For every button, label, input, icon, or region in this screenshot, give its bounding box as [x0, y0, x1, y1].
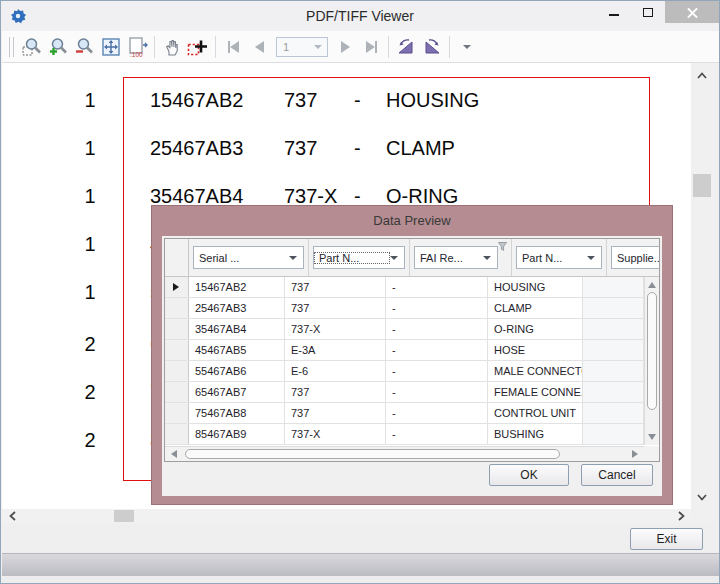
part-number-column-combobox[interactable]: Part N... [313, 246, 405, 269]
part-quantity: 1 [78, 137, 102, 160]
row-indicator-cell [165, 361, 189, 381]
minimize-button[interactable] [597, 1, 631, 23]
grid-data-row[interactable]: 35467AB4 737-X - O-RING [165, 319, 644, 340]
maximize-icon [643, 8, 653, 17]
column-header-serial: Serial ... [189, 239, 309, 276]
toolbar-overflow-button[interactable] [454, 34, 480, 60]
toolbar-separator [388, 36, 389, 58]
chevron-down-icon [697, 494, 707, 501]
actual-size-button[interactable]: :100 [124, 34, 150, 60]
scroll-up-icon[interactable] [648, 282, 656, 288]
supplier-column-combobox[interactable]: Supplie... [611, 246, 659, 269]
scroll-down-icon[interactable] [648, 434, 656, 440]
grid-data-row[interactable]: 55467AB6 E-6 - MALE CONNECTOR [165, 361, 644, 382]
scroll-left-icon[interactable] [171, 450, 177, 458]
part-model: 737 [284, 89, 317, 112]
grid-data-row[interactable]: 25467AB3 737 - CLAMP [165, 298, 644, 319]
next-page-button[interactable] [332, 34, 358, 60]
serial-column-combobox[interactable]: Serial ... [193, 246, 304, 269]
column-header-part-number: Part N... [309, 239, 410, 276]
dialog-body: Serial ... Part N... FAI Re... [162, 236, 662, 496]
part-quantity: 1 [78, 281, 102, 304]
page-number-combobox[interactable]: 1 [276, 37, 328, 57]
previous-page-button[interactable] [246, 34, 272, 60]
row-indicator-cell [165, 277, 189, 297]
pan-button[interactable] [159, 34, 185, 60]
filter-icon[interactable] [497, 241, 508, 252]
column-header-fai-report: FAI Re... [410, 239, 512, 276]
close-icon [687, 7, 698, 18]
exit-button[interactable]: Exit [630, 528, 703, 550]
part-quantity: 1 [78, 233, 102, 256]
page-number-value: 1 [277, 41, 314, 53]
scroll-left-button[interactable] [4, 509, 20, 523]
chevron-down-icon [463, 45, 471, 49]
column-header-part-name: Part N... [512, 239, 607, 276]
separator-dash: - [354, 137, 361, 160]
toolbar-grip[interactable] [9, 37, 14, 57]
dialog-title: Data Preview [152, 206, 672, 236]
row-indicator-cell [165, 298, 189, 318]
scroll-up-button[interactable] [691, 67, 713, 83]
svg-text::100: :100 [130, 51, 143, 58]
zoom-in-icon [48, 36, 70, 58]
fit-page-button[interactable] [98, 34, 124, 60]
dialog-button-row: OK Cancel [162, 464, 662, 488]
zoom-out-button[interactable] [72, 34, 98, 60]
close-button[interactable] [665, 1, 719, 23]
last-page-button[interactable] [358, 34, 384, 60]
part-description: CLAMP [386, 137, 455, 160]
cancel-button[interactable]: Cancel [581, 464, 653, 486]
grid-vertical-scrollbar[interactable] [644, 277, 659, 445]
zoom-region-button[interactable] [20, 34, 46, 60]
horizontal-scroll-thumb[interactable] [114, 510, 134, 522]
part-quantity: 2 [78, 333, 102, 356]
part-name-column-combobox[interactable]: Part N... [516, 246, 602, 269]
grid-data-row[interactable]: 15467AB2 737 - HOUSING [165, 277, 644, 298]
row-indicator-cell [165, 382, 189, 402]
row-indicator-cell [165, 340, 189, 360]
titlebar: PDF/TIFF Viewer [1, 1, 719, 31]
part-description: HOUSING [386, 89, 479, 112]
previous-page-icon [255, 41, 264, 53]
grid-data-row[interactable]: 85467AB9 737-X - BUSHING [165, 424, 644, 445]
zoom-in-button[interactable] [46, 34, 72, 60]
first-page-button[interactable] [220, 34, 246, 60]
grid-horizontal-scrollbar[interactable] [165, 446, 644, 461]
chevron-down-icon [587, 256, 595, 260]
document-horizontal-scrollbar[interactable] [2, 509, 691, 523]
part-serial: 25467AB3 [150, 137, 243, 160]
grid-data-row[interactable]: 65467AB7 737 - FEMALE CONNE... [165, 382, 644, 403]
grid-data-row[interactable]: 75467AB8 737 - CONTROL UNIT [165, 403, 644, 424]
data-preview-dialog: Data Preview Serial ... Part N... [151, 205, 673, 505]
pan-hand-icon [161, 36, 183, 58]
zoom-region-icon [22, 36, 44, 58]
footer-bar: Exit [2, 523, 719, 553]
scroll-right-icon[interactable] [632, 450, 638, 458]
chevron-down-icon [289, 256, 297, 260]
document-vertical-scrollbar[interactable] [691, 63, 713, 509]
maximize-button[interactable] [631, 1, 665, 23]
current-row-arrow-icon [173, 283, 179, 291]
status-strip [2, 552, 719, 584]
row-indicator-cell [165, 403, 189, 423]
toolbar-separator [154, 36, 155, 58]
part-quantity: 1 [78, 185, 102, 208]
ok-button[interactable]: OK [489, 464, 569, 486]
scroll-down-button[interactable] [691, 489, 713, 505]
minimize-icon [609, 14, 619, 16]
grid-horizontal-thumb[interactable] [185, 449, 560, 459]
chevron-left-icon [9, 511, 16, 521]
grid-vertical-thumb[interactable] [647, 292, 657, 410]
rotate-right-button[interactable] [419, 34, 445, 60]
select-region-icon [187, 36, 209, 58]
vertical-scroll-thumb[interactable] [693, 174, 711, 197]
select-region-button[interactable] [185, 34, 211, 60]
part-model: 737 [284, 137, 317, 160]
chevron-right-icon [678, 511, 685, 521]
row-indicator-cell [165, 424, 189, 444]
fai-report-column-combobox[interactable]: FAI Re... [414, 246, 498, 269]
grid-data-row[interactable]: 45467AB5 E-3A - HOSE [165, 340, 644, 361]
rotate-left-button[interactable] [393, 34, 419, 60]
scroll-right-button[interactable] [673, 509, 689, 523]
